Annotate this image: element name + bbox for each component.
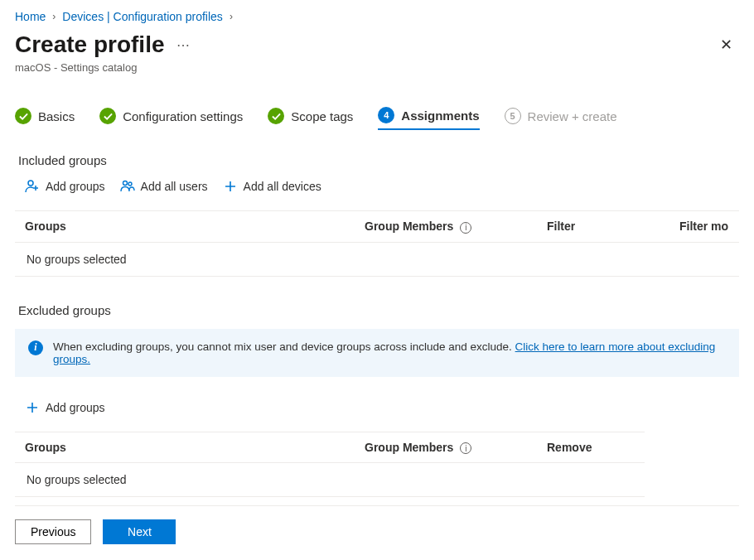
page-header: Create profile ⋯ ✕: [15, 31, 739, 58]
excluded-actions: Add groups: [15, 400, 739, 415]
add-groups-button[interactable]: Add groups: [25, 179, 105, 194]
action-label: Add all users: [141, 180, 208, 193]
included-actions: Add groups Add all users Add all devices: [15, 179, 739, 194]
check-icon: [268, 108, 284, 124]
previous-button[interactable]: Previous: [15, 519, 91, 544]
col-remove: Remove: [547, 441, 635, 455]
table-header: Groups Group Members i Remove: [15, 432, 645, 464]
plus-icon: [25, 400, 40, 415]
step-review-create[interactable]: 5 Review + create: [505, 107, 617, 130]
action-label: Add all devices: [244, 180, 321, 193]
plus-icon: [223, 179, 238, 194]
wizard-stepper: Basics Configuration settings Scope tags…: [15, 107, 739, 130]
step-label: Configuration settings: [123, 109, 243, 123]
add-all-users-button[interactable]: Add all users: [120, 179, 208, 194]
col-filter: Filter: [547, 220, 679, 234]
empty-row: No groups selected: [15, 243, 739, 277]
info-banner: i When excluding groups, you cannot mix …: [15, 329, 739, 377]
more-actions-icon[interactable]: ⋯: [176, 37, 191, 53]
step-configuration-settings[interactable]: Configuration settings: [99, 107, 243, 130]
step-scope-tags[interactable]: Scope tags: [268, 107, 353, 130]
add-all-devices-button[interactable]: Add all devices: [223, 179, 321, 194]
info-icon: i: [28, 340, 43, 355]
step-assignments[interactable]: 4 Assignments: [378, 107, 479, 130]
chevron-right-icon: ›: [230, 11, 233, 22]
step-label: Basics: [38, 109, 75, 123]
svg-point-1: [123, 181, 127, 186]
banner-text: When excluding groups, you cannot mix us…: [53, 340, 726, 365]
add-groups-button[interactable]: Add groups: [25, 400, 105, 415]
included-groups-table: Groups Group Members i Filter Filter mo …: [15, 210, 739, 277]
col-groups: Groups: [25, 220, 365, 234]
person-add-icon: [25, 179, 40, 194]
breadcrumb-devices[interactable]: Devices | Configuration profiles: [62, 10, 223, 23]
step-label: Review + create: [528, 109, 617, 123]
table-header: Groups Group Members i Filter Filter mo: [15, 211, 739, 243]
people-icon: [120, 179, 135, 194]
step-label: Assignments: [401, 109, 479, 123]
svg-point-2: [128, 182, 132, 186]
step-label: Scope tags: [291, 109, 353, 123]
breadcrumb-home[interactable]: Home: [15, 10, 46, 23]
info-icon[interactable]: i: [460, 222, 471, 234]
action-label: Add groups: [46, 401, 105, 414]
col-members: Group Members i: [365, 441, 547, 455]
svg-point-0: [28, 181, 33, 186]
breadcrumb: Home › Devices | Configuration profiles …: [15, 10, 739, 23]
step-basics[interactable]: Basics: [15, 107, 75, 130]
col-filter-mode: Filter mo: [679, 220, 729, 234]
check-icon: [15, 108, 31, 124]
page-subtitle: macOS - Settings catalog: [15, 61, 739, 74]
col-groups: Groups: [25, 441, 365, 455]
info-icon[interactable]: i: [460, 442, 471, 454]
included-groups-heading: Included groups: [15, 153, 739, 167]
check-icon: [99, 108, 116, 124]
excluded-groups-table: Groups Group Members i Remove No groups …: [15, 432, 645, 498]
page-title: Create profile: [15, 31, 165, 58]
excluded-groups-heading: Excluded groups: [15, 303, 739, 317]
wizard-footer: Previous Next: [15, 505, 739, 544]
action-label: Add groups: [46, 180, 105, 193]
next-button[interactable]: Next: [103, 519, 176, 544]
step-number-icon: 5: [505, 108, 521, 124]
empty-row: No groups selected: [15, 463, 645, 497]
col-members: Group Members i: [365, 220, 547, 234]
step-number-icon: 4: [378, 107, 394, 123]
close-icon[interactable]: ✕: [713, 32, 739, 57]
chevron-right-icon: ›: [52, 11, 56, 22]
